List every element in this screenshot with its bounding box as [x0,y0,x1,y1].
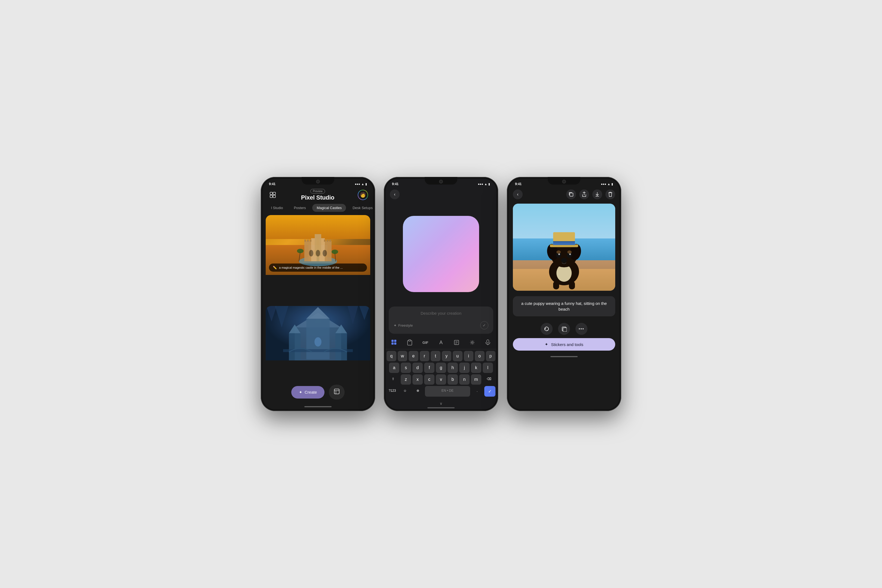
key-r[interactable]: r [420,351,430,361]
key-m[interactable]: m [471,374,481,385]
qwerty-row: q w e r t y u i o p [387,351,495,361]
key-l[interactable]: l [483,363,493,373]
back-arrow-icon: ‹ [394,192,395,197]
home-indicator-3 [508,354,620,359]
edit-button[interactable] [329,385,345,400]
space-key[interactable]: EN • DE [425,386,470,397]
status-icons-1: ●●● ▲ ▮ [355,182,367,186]
stickers-tools-button[interactable]: ✦ Stickers and tools [513,338,615,351]
create-button[interactable]: ✦ Create [291,386,324,399]
mic-icon[interactable] [483,338,492,347]
key-i[interactable]: i [464,351,474,361]
time-2: 9:41 [392,182,399,186]
gallery-icon[interactable] [268,190,278,200]
share-button[interactable] [579,189,589,199]
svg-rect-0 [270,192,273,195]
prompt-bottom: ✦ Freestyle ✓ [394,321,488,329]
freestyle-button[interactable]: ✦ Freestyle [394,323,413,327]
category-desk[interactable]: Desk Setups [348,204,374,212]
keyboard-grid-icon[interactable] [390,338,399,347]
key-w[interactable]: w [398,351,408,361]
key-y[interactable]: y [442,351,452,361]
key-j[interactable]: j [459,363,470,373]
category-castles[interactable]: Magical Castles [312,204,346,212]
delete-button[interactable] [605,189,615,199]
phone-3-camera [562,180,566,183]
battery-icon-2: ▮ [488,182,490,186]
svg-rect-1 [273,192,276,195]
key-h[interactable]: h [447,363,458,373]
category-studio[interactable]: l Studio [267,204,287,212]
svg-point-74 [567,250,572,254]
key-z[interactable]: z [401,374,411,385]
back-button-2[interactable]: ‹ [390,189,400,199]
clipboard-icon[interactable] [405,338,414,347]
key-q[interactable]: q [387,351,396,361]
create-icon: ✦ [299,390,303,395]
task-list-icon[interactable] [452,338,461,347]
phones-container: 9:41 ●●● ▲ ▮ Previe [261,177,621,411]
svg-rect-45 [392,342,394,345]
prompt-placeholder: Describe your creation [394,311,488,315]
desert-castle-image[interactable]: ✏️ a magical magestic castle in the midd… [266,215,370,304]
layers-button[interactable] [558,323,570,335]
back-button-3[interactable]: ‹ [513,189,523,199]
key-c[interactable]: c [424,374,435,385]
send-key[interactable]: ✓ [484,386,495,397]
wifi-icon-3: ▲ [608,182,610,186]
period-key[interactable]: . [471,386,483,397]
emoji-key[interactable]: ☺ [399,386,411,397]
signal-icon-2: ●●● [478,182,483,186]
svg-rect-59 [553,281,559,290]
battery-icon: ▮ [365,182,367,186]
zxcv-row: ⇧ z x c v b n m ⌫ [387,374,495,385]
key-g[interactable]: g [436,363,446,373]
svg-rect-39 [266,306,370,360]
shift-key[interactable]: ⇧ [387,374,399,385]
home-indicator-1 [262,404,374,410]
copy-button[interactable] [566,189,576,199]
p3-header: ‹ [508,187,620,201]
svg-rect-54 [487,340,489,343]
svg-rect-40 [334,389,339,394]
key-p[interactable]: p [486,351,496,361]
svg-rect-43 [392,340,394,342]
key-s[interactable]: s [401,363,411,373]
p3-action-buttons [566,189,615,199]
backspace-key[interactable]: ⌫ [483,374,495,385]
key-u[interactable]: u [453,351,462,361]
category-posters[interactable]: Posters [290,204,310,212]
globe-key[interactable]: ⊕ [412,386,424,397]
key-b[interactable]: b [447,374,458,385]
settings-icon[interactable] [468,338,477,347]
svg-rect-76 [563,328,567,332]
user-avatar[interactable]: 🧑 [358,190,368,200]
key-e[interactable]: e [409,351,418,361]
app-title: Pixel Studio [301,194,334,201]
more-options-button[interactable]: ••• [576,323,588,335]
prompt-area[interactable]: Describe your creation ✦ Freestyle ✓ [389,306,493,334]
download-button[interactable] [592,189,602,199]
key-v[interactable]: v [436,374,446,385]
ice-castle-image[interactable] [266,306,370,380]
key-n[interactable]: n [459,374,470,385]
bottom-row: ?123 ☺ ⊕ EN • DE . ✓ [387,386,495,397]
key-f[interactable]: f [424,363,435,373]
svg-rect-2 [270,195,273,198]
phone-2-camera [439,180,443,183]
numbers-key[interactable]: ?123 [387,386,398,397]
key-x[interactable]: x [412,374,423,385]
key-o[interactable]: o [475,351,484,361]
key-k[interactable]: k [471,363,481,373]
gif-icon[interactable]: GIF [421,338,430,347]
key-t[interactable]: t [430,351,441,361]
key-a[interactable]: a [389,363,399,373]
text-format-icon[interactable]: A [436,338,446,347]
back-arrow-icon-3: ‹ [517,192,518,197]
confirm-button[interactable]: ✓ [480,321,488,329]
p2-header: ‹ [386,187,496,201]
svg-rect-14 [324,240,326,242]
key-d[interactable]: d [412,363,423,373]
svg-point-21 [297,249,303,253]
refresh-button[interactable] [541,323,553,335]
